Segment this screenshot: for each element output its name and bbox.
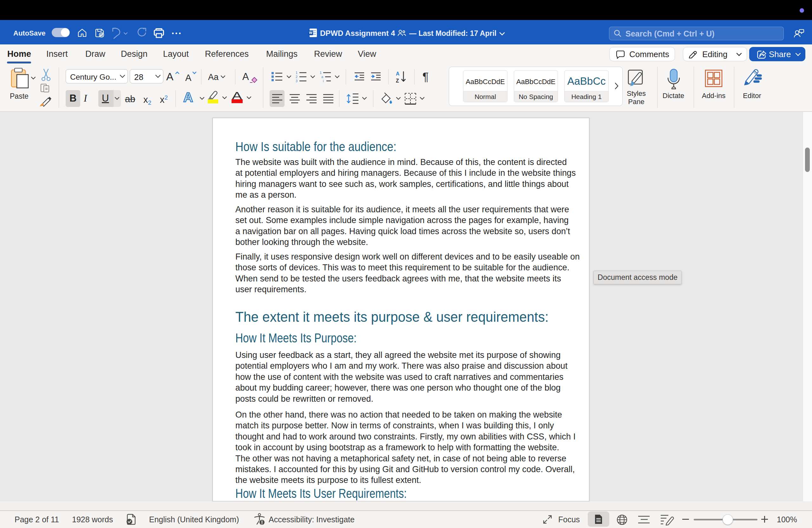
svg-text:a: a: [321, 75, 323, 79]
svg-text:3: 3: [295, 79, 298, 83]
svg-text:Z: Z: [396, 78, 399, 83]
svg-text:A: A: [396, 71, 400, 76]
svg-text:i: i: [323, 79, 323, 83]
svg-text:1: 1: [320, 71, 322, 74]
svg-text:1: 1: [295, 71, 298, 74]
svg-text:2: 2: [295, 75, 298, 79]
